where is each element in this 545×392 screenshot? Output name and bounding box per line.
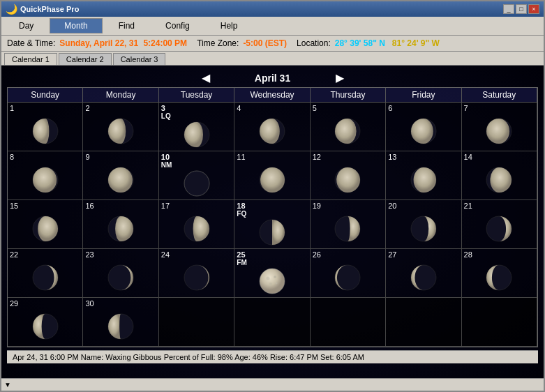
tab-calendar2[interactable]: Calendar 2 (59, 53, 112, 65)
moon-phase-image (388, 162, 458, 198)
calendar-grid: Sunday Monday Tuesday Wednesday Thursday… (7, 87, 538, 347)
location-label: Location: (297, 38, 331, 48)
title-bar-controls: _ □ × (503, 4, 539, 14)
calendar-cell[interactable]: 11 (234, 151, 310, 200)
moon-phase-image (313, 259, 383, 296)
calendar-cell[interactable]: 10NM (159, 151, 234, 200)
tabs-bar: Calendar 1 Calendar 2 Calendar 3 (1, 52, 544, 66)
calendar-cell[interactable]: 2 (83, 103, 158, 151)
calendar-cell[interactable]: 15 (8, 200, 83, 249)
date-value: Sunday, April 22, 31 5:24:00 PM (59, 38, 187, 48)
calendar-cell[interactable]: 24 (159, 249, 234, 298)
moon-phase-image (237, 162, 307, 198)
calendar-cell[interactable]: 8 (8, 151, 83, 200)
calendar-cell[interactable] (234, 298, 310, 347)
moon-phase-image (313, 162, 383, 198)
calendar-cell[interactable] (311, 298, 386, 347)
menu-help[interactable]: Help (206, 18, 253, 33)
menu-config[interactable]: Config (151, 18, 204, 33)
moon-phase-image (237, 218, 307, 247)
calendar-cell[interactable] (462, 298, 537, 347)
minimize-button[interactable]: _ (503, 4, 514, 14)
timezone-value: -5:00 (EST) (243, 38, 287, 48)
calendar-cell[interactable]: 19 (311, 200, 386, 249)
calendar-cell[interactable]: 29 (8, 298, 83, 347)
header-sunday: Sunday (8, 88, 83, 103)
timezone-label: Time Zone: (197, 38, 239, 48)
moon-phase-image (85, 113, 156, 149)
calendar-cell[interactable] (386, 298, 461, 347)
calendar-cell[interactable]: 13 (386, 151, 461, 200)
menu-month[interactable]: Month (50, 18, 102, 33)
date-label: Date & Time: (7, 38, 55, 48)
info-bar: Date & Time: Sunday, April 22, 31 5:24:0… (1, 36, 544, 52)
calendar-cell[interactable]: 30 (83, 298, 158, 347)
calendar-cell[interactable]: 28 (462, 249, 537, 298)
menu-bar: Day Month Find Config Help (1, 17, 544, 36)
calendar-cell[interactable]: 26 (311, 249, 386, 298)
moon-phase-image (313, 211, 383, 247)
moon-phase-image (161, 259, 232, 296)
svg-point-26 (266, 277, 269, 280)
bottom-bar: ▼ (1, 378, 544, 391)
moon-phase-image (464, 162, 535, 198)
calendar-cell[interactable]: 1 (8, 103, 83, 151)
next-month-button[interactable]: ▶ (329, 71, 351, 84)
bottom-arrow-icon: ▼ (4, 381, 11, 389)
prev-month-button[interactable]: ◀ (195, 71, 217, 84)
moon-phase-image (85, 308, 156, 345)
main-content: ◀ April 31 ▶ Sunday Monday Tuesday Wedne… (1, 66, 544, 378)
close-button[interactable]: × (528, 4, 539, 14)
title-bar: 🌙 QuickPhase Pro _ □ × (1, 1, 544, 17)
app-title: QuickPhase Pro (20, 5, 79, 13)
moon-phase-image (237, 113, 307, 149)
phase-label: LQ (161, 113, 171, 120)
calendar-cell[interactable]: 14 (462, 151, 537, 200)
header-wednesday: Wednesday (234, 88, 310, 103)
menu-find[interactable]: Find (104, 18, 149, 33)
tab-calendar1[interactable]: Calendar 1 (4, 53, 57, 65)
moon-phase-image (10, 113, 80, 149)
header-tuesday: Tuesday (159, 88, 234, 103)
calendar-cell[interactable]: 12 (311, 151, 386, 200)
calendar-cell[interactable]: 4 (234, 103, 310, 151)
calendar-container: ◀ April 31 ▶ Sunday Monday Tuesday Wedne… (7, 71, 538, 372)
calendar-cell[interactable]: 25FM (234, 249, 310, 298)
calendar-cell[interactable]: 7 (462, 103, 537, 151)
moon-phase-image (85, 162, 156, 198)
calendar-body: 1 2 3LQ 4 (8, 103, 537, 347)
calendar-cell[interactable]: 27 (386, 249, 461, 298)
moon-phase-image (464, 211, 535, 247)
calendar-title: April 31 (231, 73, 315, 84)
calendar-cell[interactable]: 9 (83, 151, 158, 200)
moon-phase-image (388, 259, 458, 296)
calendar-cell[interactable] (159, 298, 234, 347)
calendar-cell[interactable]: 3LQ (159, 103, 234, 151)
svg-point-10 (185, 172, 209, 195)
calendar-header: Sunday Monday Tuesday Wednesday Thursday… (8, 88, 537, 103)
header-thursday: Thursday (311, 88, 386, 103)
calendar-cell[interactable]: 17 (159, 200, 234, 249)
header-monday: Monday (83, 88, 158, 103)
maximize-button[interactable]: □ (516, 4, 527, 14)
tab-calendar3[interactable]: Calendar 3 (113, 53, 166, 65)
calendar-cell[interactable]: 22 (8, 249, 83, 298)
calendar-cell[interactable]: 21 (462, 200, 537, 249)
menu-day[interactable]: Day (4, 18, 48, 33)
moon-phase-image (464, 113, 535, 149)
moon-phase-image (388, 211, 458, 247)
calendar-cell[interactable]: 6 (386, 103, 461, 151)
status-bar: Apr 24, 31 6:00 PM Name: Waxing Gibbous … (7, 350, 538, 363)
calendar-cell[interactable]: 5 (311, 103, 386, 151)
header-friday: Friday (386, 88, 461, 103)
calendar-cell[interactable]: 16 (83, 200, 158, 249)
svg-point-27 (274, 276, 276, 278)
title-bar-left: 🌙 QuickPhase Pro (6, 3, 79, 15)
phase-label: FQ (237, 211, 246, 218)
header-saturday: Saturday (462, 88, 537, 103)
calendar-cell[interactable]: 18FQ (234, 200, 310, 249)
location-lon: 81° 24' 9" W (392, 38, 440, 48)
moon-phase-image (237, 266, 307, 296)
calendar-cell[interactable]: 23 (83, 249, 158, 298)
calendar-cell[interactable]: 20 (386, 200, 461, 249)
